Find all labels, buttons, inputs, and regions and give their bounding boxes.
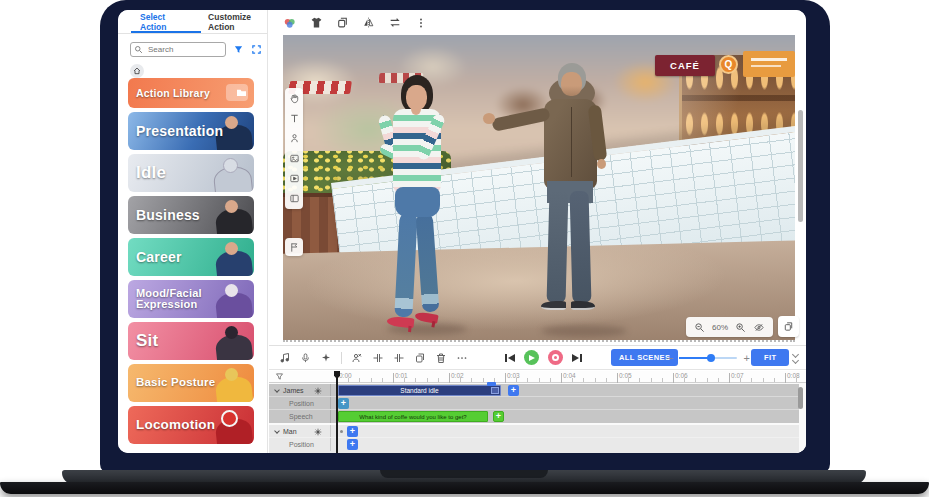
trim-right-icon[interactable] bbox=[393, 352, 405, 364]
palette-icon[interactable] bbox=[283, 16, 297, 30]
folder-icon bbox=[226, 84, 248, 101]
hand-icon[interactable] bbox=[289, 93, 300, 104]
category-card-presentation[interactable]: Presentation bbox=[128, 112, 254, 150]
effects-icon[interactable] bbox=[320, 352, 332, 364]
character-part bbox=[571, 301, 595, 310]
category-card-mood-facial-expression[interactable]: Mood/Facial Expression bbox=[128, 280, 254, 318]
play-button[interactable] bbox=[524, 350, 539, 365]
zoom-minus[interactable]: − bbox=[667, 352, 673, 364]
search-input[interactable] bbox=[146, 44, 224, 55]
swap-icon[interactable] bbox=[388, 16, 402, 29]
track-row-james[interactable]: James Standard idle + bbox=[269, 384, 799, 397]
track-header[interactable]: Man bbox=[269, 425, 331, 437]
duplicate-icon[interactable] bbox=[336, 16, 349, 29]
add-position-button[interactable]: + bbox=[347, 439, 358, 450]
record-button[interactable] bbox=[548, 350, 563, 365]
video-icon[interactable] bbox=[289, 173, 300, 184]
flag-tool-button[interactable] bbox=[285, 238, 303, 256]
expand-icon[interactable] bbox=[251, 44, 262, 55]
character-man[interactable] bbox=[511, 63, 641, 325]
add-position-button[interactable]: + bbox=[338, 398, 349, 409]
audio-icon[interactable] bbox=[279, 352, 291, 364]
category-card-basic-posture[interactable]: Basic Posture bbox=[128, 364, 254, 402]
track-row-man[interactable]: Man + bbox=[269, 425, 799, 438]
viewport-scrollbar[interactable] bbox=[798, 110, 803, 222]
clip-link-icon[interactable] bbox=[491, 387, 499, 394]
snapshot-button[interactable] bbox=[778, 316, 799, 337]
track-name: Speech bbox=[289, 413, 313, 420]
delete-icon[interactable] bbox=[435, 352, 447, 364]
playhead[interactable] bbox=[336, 371, 338, 453]
track-filter-icon[interactable] bbox=[275, 372, 284, 381]
category-card-action-library[interactable]: Action Library bbox=[128, 78, 254, 108]
tab-customize-action[interactable]: Customize Action bbox=[208, 12, 267, 32]
panel-icon[interactable] bbox=[289, 193, 300, 204]
character-icon[interactable] bbox=[289, 133, 300, 144]
clip-speech[interactable]: What kind of coffe would you like to get… bbox=[338, 411, 488, 422]
track-settings-icon[interactable] bbox=[314, 387, 322, 395]
ruler-label: 0:03 bbox=[507, 372, 520, 379]
slider-track[interactable] bbox=[679, 357, 737, 359]
tab-select-action[interactable]: Select Action bbox=[140, 12, 184, 32]
timeline-ruler[interactable]: 0:00 0:01 0:02 0:03 0:04 0:05 0:06 0:07 … bbox=[269, 371, 806, 383]
trim-left-icon[interactable] bbox=[372, 352, 384, 364]
chevron-down-icon[interactable] bbox=[274, 387, 280, 393]
scene-canvas[interactable]: CAFÉ Q bbox=[283, 35, 795, 340]
add-action-button[interactable]: + bbox=[508, 385, 519, 396]
category-card-locomotion[interactable]: Locomotion bbox=[128, 406, 254, 444]
skip-end-button[interactable] bbox=[572, 354, 582, 362]
laptop-base-bottom bbox=[0, 482, 929, 494]
track-marker-dot bbox=[340, 430, 343, 433]
zoom-level: 60% bbox=[712, 323, 728, 332]
skip-start-button[interactable] bbox=[505, 354, 515, 362]
filter-icon[interactable] bbox=[233, 44, 244, 55]
character-mute-icon[interactable] bbox=[351, 352, 363, 364]
timeline-tracks: 0:00 0:01 0:02 0:03 0:04 0:05 0:06 0:07 … bbox=[269, 371, 806, 453]
character-part bbox=[597, 159, 606, 169]
ruler-label: 0:00 bbox=[339, 372, 352, 379]
timeline-scrollbar[interactable] bbox=[798, 387, 803, 409]
mic-icon[interactable] bbox=[300, 352, 311, 364]
category-card-career[interactable]: Career bbox=[128, 238, 254, 276]
character-part bbox=[411, 103, 421, 115]
track-group-man: Man + Position + bbox=[269, 425, 799, 453]
search-icon bbox=[134, 45, 143, 54]
track-settings-icon[interactable] bbox=[314, 428, 322, 436]
track-header[interactable]: James bbox=[269, 384, 331, 396]
add-speech-button[interactable]: + bbox=[493, 411, 504, 422]
collapse-timeline-button[interactable] bbox=[793, 352, 798, 363]
category-card-sit[interactable]: Sit bbox=[128, 322, 254, 360]
track-row-speech-james[interactable]: Speech What kind of coffe would you like… bbox=[269, 410, 799, 423]
track-row-position-man[interactable]: Position + bbox=[269, 438, 799, 451]
fit-button[interactable]: FIT bbox=[751, 349, 789, 366]
category-card-business[interactable]: Business bbox=[128, 196, 254, 234]
visibility-icon[interactable] bbox=[753, 322, 765, 333]
more-icon[interactable] bbox=[415, 17, 427, 29]
copy-icon[interactable] bbox=[414, 352, 426, 364]
track-row-position-james[interactable]: Position + bbox=[269, 397, 799, 410]
search-box[interactable] bbox=[130, 42, 226, 57]
clip-add-handle[interactable] bbox=[487, 382, 496, 386]
home-icon bbox=[133, 67, 141, 75]
text-icon[interactable] bbox=[289, 113, 300, 124]
category-label: Mood/Facial Expression bbox=[128, 288, 254, 310]
slider-thumb[interactable] bbox=[707, 354, 715, 362]
clip-standard-idle[interactable]: Standard idle bbox=[338, 385, 501, 396]
image-icon[interactable] bbox=[289, 153, 300, 164]
scene-tool-strip bbox=[285, 88, 303, 209]
transport-controls bbox=[505, 350, 582, 365]
divider bbox=[341, 352, 342, 364]
mirror-icon[interactable] bbox=[362, 16, 375, 29]
home-button[interactable] bbox=[130, 64, 144, 78]
ellipsis-icon[interactable] bbox=[456, 352, 468, 364]
character-part bbox=[561, 72, 582, 96]
character-james[interactable] bbox=[353, 75, 483, 331]
category-card-idle[interactable]: Idle bbox=[128, 154, 254, 192]
zoom-in-icon[interactable] bbox=[735, 322, 746, 333]
copy-view-icon bbox=[783, 321, 794, 332]
add-action-button[interactable]: + bbox=[347, 426, 358, 437]
zoom-plus[interactable]: + bbox=[743, 352, 749, 364]
zoom-out-icon[interactable] bbox=[694, 322, 705, 333]
chevron-down-icon[interactable] bbox=[274, 428, 280, 434]
outfit-icon[interactable] bbox=[310, 16, 323, 29]
